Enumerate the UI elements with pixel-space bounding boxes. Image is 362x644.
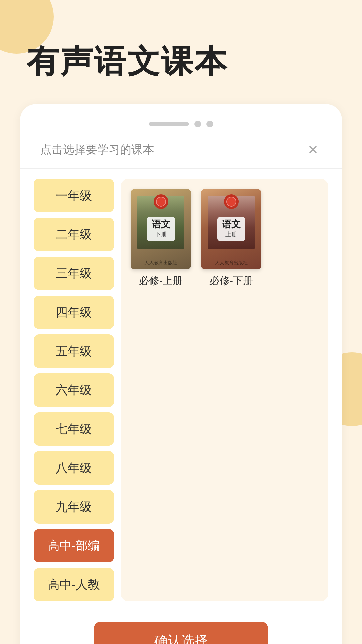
grade-item-4[interactable]: 四年级 — [34, 296, 114, 329]
card-topbar — [20, 117, 342, 134]
grade-item-3[interactable]: 三年级 — [34, 257, 114, 290]
content-area: 一年级 二年级 三年级 四年级 五年级 六年级 七年级 八年级 — [20, 169, 342, 615]
book-label-title-upper: 语文 — [152, 220, 170, 229]
confirm-button[interactable]: 确认选择 — [94, 622, 268, 644]
book-cover-painting-lower: 语文 上册 人人教育出版社 — [201, 189, 261, 269]
topbar-pill — [149, 122, 189, 126]
book-item-lower[interactable]: 语文 上册 人人教育出版社 必修-下册 — [201, 189, 261, 288]
book-cover-upper: 语文 下册 人人教育出版社 — [131, 189, 191, 269]
topbar-dot-1 — [194, 121, 201, 127]
subtitle-text: 点击选择要学习的课本 — [40, 142, 154, 157]
book-label-sub-upper: 下册 — [152, 230, 170, 238]
grade-item-7[interactable]: 七年级 — [34, 412, 114, 446]
book-cover-painting-upper: 语文 下册 人人教育出版社 — [131, 189, 191, 269]
grade-item-5[interactable]: 五年级 — [34, 334, 114, 368]
grade-list: 一年级 二年级 三年级 四年级 五年级 六年级 七年级 八年级 — [34, 179, 114, 601]
book-cover-lower: 语文 上册 人人教育出版社 — [201, 189, 261, 269]
book-item-upper[interactable]: 语文 下册 人人教育出版社 必修-上册 — [131, 189, 191, 288]
book-label-title-lower: 语文 — [222, 220, 241, 229]
grade-item-1[interactable]: 一年级 — [34, 179, 114, 212]
book-label-upper: 语文 下册 — [147, 217, 175, 241]
topbar-dot-2 — [206, 121, 213, 127]
grade-item-high-renjiao[interactable]: 高中-人教 — [34, 568, 114, 601]
book-seal-lower — [224, 194, 239, 209]
book-label-lower: 语文 上册 — [217, 217, 245, 241]
book-publisher-upper: 人人教育出版社 — [131, 260, 191, 266]
page-title: 有声语文课本 — [0, 0, 362, 104]
grade-item-6[interactable]: 六年级 — [34, 373, 114, 407]
grade-item-8[interactable]: 八年级 — [34, 451, 114, 485]
book-seal-inner-lower — [226, 197, 236, 207]
subtitle-row: 点击选择要学习的课本 — [20, 134, 342, 169]
grade-item-9[interactable]: 九年级 — [34, 490, 114, 524]
book-seal-upper — [154, 194, 168, 209]
close-button[interactable] — [304, 141, 322, 158]
grade-item-high-bubian[interactable]: 高中-部编 — [34, 529, 114, 562]
main-card: 点击选择要学习的课本 一年级 二年级 三年级 四年级 五年级 — [20, 104, 342, 644]
grade-item-2[interactable]: 二年级 — [34, 218, 114, 251]
book-name-upper: 必修-上册 — [139, 274, 183, 288]
book-label-sub-lower: 上册 — [222, 230, 241, 238]
book-seal-inner-upper — [156, 197, 166, 207]
books-panel: 语文 下册 人人教育出版社 必修-上册 语文 — [121, 179, 328, 601]
book-publisher-lower: 人人教育出版社 — [201, 260, 261, 266]
book-name-lower: 必修-下册 — [209, 274, 253, 288]
bottom-area: 确认选择 — [20, 615, 342, 644]
